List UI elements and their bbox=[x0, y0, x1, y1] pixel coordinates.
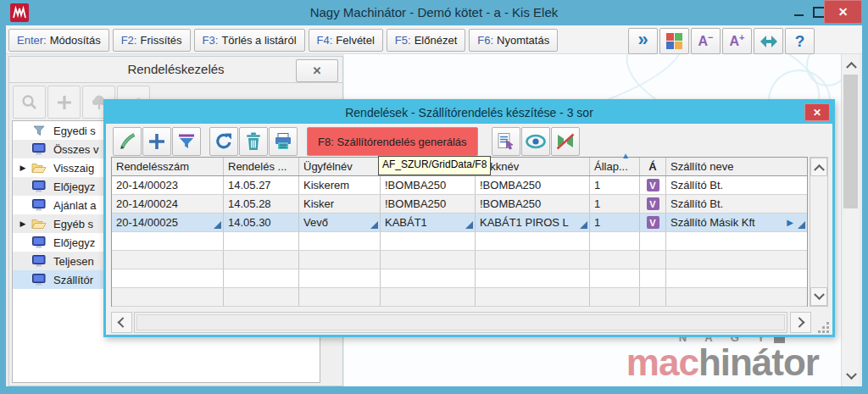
double-chevron-icon: » bbox=[637, 31, 648, 49]
expand-arrow-icon[interactable]: ▶ bbox=[16, 164, 30, 172]
view-button[interactable] bbox=[521, 127, 550, 156]
row-select-button[interactable] bbox=[492, 127, 520, 156]
panel-search-button[interactable] bbox=[13, 86, 46, 119]
folder-icon bbox=[30, 162, 48, 174]
scroll-down-button[interactable] bbox=[810, 287, 827, 306]
status-badge: V bbox=[647, 216, 659, 229]
font-increase-button[interactable]: A+ bbox=[722, 28, 752, 54]
print-grid-button[interactable] bbox=[269, 127, 298, 156]
font-increase-icon: A+ bbox=[730, 35, 745, 48]
filter-icon bbox=[177, 132, 196, 151]
main-titlebar: Nagy Machinátor - Demó kötet - a - Kis E… bbox=[0, 0, 868, 25]
filter-button[interactable] bbox=[172, 127, 201, 156]
table-row-selected[interactable]: 20-14/00025 14.05.30 Vevő KABÁT1 KABÁT1 … bbox=[112, 214, 807, 232]
plus-icon bbox=[147, 132, 166, 151]
table-row[interactable]: 20-14/00023 14.05.27 Kiskerem !BOMBA250 … bbox=[112, 176, 807, 195]
generate-supplier-order-button[interactable]: F8: Szállítórendelés generálás bbox=[307, 127, 478, 156]
panel-header: Rendeléskezelés ✕ bbox=[9, 57, 342, 83]
scroll-up-button[interactable] bbox=[842, 56, 860, 73]
pencil-icon bbox=[117, 131, 137, 152]
scroll-up-button[interactable] bbox=[810, 158, 827, 176]
column-header-rendeles-datum[interactable]: Rendelés ... bbox=[224, 158, 299, 175]
modify-button[interactable]: Enter: Módosítás bbox=[8, 29, 109, 52]
modules-button[interactable] bbox=[659, 28, 689, 54]
clear-filter-button[interactable] bbox=[551, 127, 580, 156]
delete-button[interactable] bbox=[239, 127, 268, 156]
scrollbar-track[interactable] bbox=[134, 312, 787, 333]
main-toolbar: Enter: Módosítás F2: Frissítés F3: Törlé… bbox=[6, 25, 862, 54]
edit-button[interactable] bbox=[113, 127, 142, 156]
main-vertical-scrollbar[interactable] bbox=[841, 54, 860, 386]
cell-corner-wedge bbox=[465, 221, 473, 229]
column-header-szallito-neve[interactable]: Szállító neve bbox=[666, 158, 807, 175]
toolbar-icon-group: » A− A+ ? bbox=[628, 28, 815, 54]
column-header-rendelesszam[interactable]: Rendelésszám bbox=[112, 158, 224, 175]
table-row-empty[interactable] bbox=[112, 232, 807, 251]
watermark-machinator: machinátor bbox=[626, 344, 819, 381]
table-row-empty[interactable] bbox=[112, 251, 807, 269]
chevron-down-icon bbox=[846, 369, 857, 380]
orders-grid: Rendelésszám Rendelés ... Ügyfélnév Cikk… bbox=[111, 157, 808, 307]
refresh-grid-button[interactable] bbox=[209, 127, 238, 156]
panel-add-button[interactable] bbox=[47, 86, 81, 119]
expand-toolbar-button[interactable]: » bbox=[628, 28, 658, 54]
minimize-icon bbox=[794, 14, 804, 16]
add-button[interactable]: F4: Felvétel bbox=[309, 29, 383, 52]
new-row-button[interactable] bbox=[142, 127, 171, 156]
window-title: Nagy Machinátor - Demó kötet - a - Kis E… bbox=[0, 0, 868, 25]
dialog-title: Rendelések - Szállítórendelés készítése … bbox=[106, 102, 832, 124]
sort-arrow-icon: ▲ bbox=[621, 151, 630, 160]
preview-button[interactable]: F5: Előnézet bbox=[387, 29, 465, 52]
main-window: Nagy Machinátor - Demó kötet - a - Kis E… bbox=[0, 0, 868, 394]
eye-icon bbox=[525, 132, 547, 151]
scroll-right-button[interactable] bbox=[790, 312, 811, 333]
table-row-empty[interactable] bbox=[112, 288, 807, 307]
refresh-icon bbox=[214, 131, 234, 152]
column-header-allapot[interactable]: Állap... bbox=[590, 158, 640, 175]
trash-icon bbox=[244, 131, 263, 152]
computer-icon bbox=[30, 199, 48, 212]
grid-vertical-scrollbar[interactable] bbox=[810, 157, 828, 307]
computer-icon bbox=[30, 255, 48, 268]
close-icon: ✕ bbox=[313, 64, 322, 77]
close-button[interactable]: ✕ bbox=[824, 0, 862, 24]
scrollbar-thumb[interactable] bbox=[843, 75, 858, 208]
column-header-cikknev[interactable]: Cikknév bbox=[476, 158, 590, 175]
print-button[interactable]: F6: Nyomtatás bbox=[469, 29, 558, 52]
status-badge: V bbox=[647, 179, 659, 191]
chevron-down-icon bbox=[814, 289, 825, 300]
table-row-empty[interactable] bbox=[112, 269, 807, 288]
scroll-down-button[interactable] bbox=[842, 368, 860, 385]
refresh-button[interactable]: F2: Frissítés bbox=[113, 29, 191, 52]
scroll-left-button[interactable] bbox=[111, 312, 132, 333]
scrollbar-thumb[interactable] bbox=[136, 314, 785, 330]
detail-arrow-icon: ▶ bbox=[787, 218, 793, 227]
minimize-button[interactable] bbox=[790, 0, 807, 24]
help-button[interactable]: ? bbox=[785, 28, 815, 54]
chevron-left-icon bbox=[118, 317, 129, 328]
font-decrease-button[interactable]: A− bbox=[691, 28, 721, 54]
table-row[interactable]: 20-14/00024 14.05.28 Kisker !BOMBA250 !B… bbox=[112, 195, 807, 214]
panel-close-button[interactable]: ✕ bbox=[296, 59, 338, 82]
resize-columns-button[interactable] bbox=[754, 28, 783, 54]
computer-icon bbox=[30, 274, 48, 286]
cell-corner-wedge bbox=[580, 221, 587, 229]
dialog-close-button[interactable]: ✕ bbox=[804, 103, 830, 121]
column-header-ugyfelnev[interactable]: Ügyfélnév bbox=[299, 158, 381, 175]
grid-horizontal-scrollbar[interactable] bbox=[111, 312, 828, 333]
font-decrease-icon: A− bbox=[698, 35, 714, 48]
horizontal-arrows-icon bbox=[760, 36, 777, 47]
expand-arrow-icon[interactable]: ▶ bbox=[16, 219, 30, 228]
supplier-order-dialog: Rendelések - Szállítórendelés készítése … bbox=[103, 99, 835, 337]
printer-icon bbox=[273, 131, 293, 152]
folder-icon bbox=[30, 218, 48, 230]
chevron-up-icon bbox=[846, 61, 857, 72]
computer-icon bbox=[30, 143, 48, 156]
filter-off-icon bbox=[555, 131, 576, 152]
search-icon bbox=[21, 94, 38, 111]
function-buttons: Enter: Módosítás F2: Frissítés F3: Törlé… bbox=[8, 29, 558, 52]
resize-grip[interactable] bbox=[817, 321, 829, 333]
column-header-a[interactable]: Á bbox=[640, 158, 666, 175]
colored-squares-icon bbox=[666, 33, 682, 49]
delete-from-list-button[interactable]: F3: Törlés a listáról bbox=[194, 29, 305, 52]
